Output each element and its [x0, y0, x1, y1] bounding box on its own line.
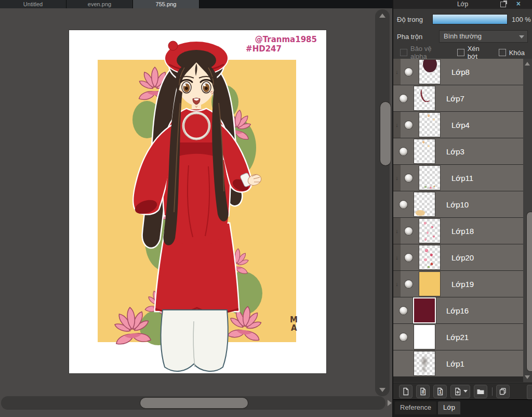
duplicate-layer-button[interactable] — [496, 385, 510, 398]
eye-icon[interactable] — [405, 68, 413, 76]
scroll-right-arrow-icon[interactable] — [388, 400, 392, 406]
eye-icon[interactable] — [400, 95, 407, 102]
new-folder-button[interactable] — [474, 385, 487, 398]
eye-icon[interactable] — [400, 148, 407, 155]
panel-tab-1[interactable]: Reference — [395, 401, 436, 414]
chevron-down-icon — [463, 390, 468, 393]
scroll-up-arrow-icon[interactable] — [379, 14, 385, 18]
layers-scroll-thumb[interactable] — [527, 212, 532, 371]
layer-thumbnail[interactable] — [419, 272, 440, 296]
layer-thumbnail[interactable] — [419, 60, 440, 84]
layers-panel-titlebar[interactable]: Lớp × — [393, 0, 532, 9]
layer-row-Lớp1[interactable]: Lớp1 — [393, 350, 524, 376]
new-1bit-layer-button[interactable]: 1 — [433, 385, 447, 398]
new-8bit-layer-button[interactable]: 8 — [416, 385, 430, 398]
layer-visibility-toggle[interactable] — [395, 95, 411, 102]
layer-row-Lớp20[interactable]: ↓Lớp20 — [393, 244, 524, 270]
layer-visibility-toggle[interactable] — [401, 174, 416, 182]
layer-name: Lớp10 — [446, 200, 469, 209]
layer-row-Lớp21[interactable]: Lớp21 — [393, 324, 524, 350]
scroll-down-arrow-icon[interactable] — [379, 388, 385, 392]
panel-bottom-tabs: ReferenceLớp — [393, 399, 532, 417]
layer-visibility-toggle[interactable] — [401, 254, 416, 262]
partial-toolbar-button[interactable] — [527, 385, 532, 399]
add-layer-menu-button[interactable] — [450, 385, 470, 398]
vertical-scroll-thumb[interactable] — [380, 102, 391, 165]
document-tab-2[interactable]: even.png — [66, 0, 133, 8]
layer-name: Lớp1 — [446, 359, 464, 368]
canvas-workspace[interactable]: @Tranma1985 #HD247 — [0, 8, 392, 417]
layer-thumbnail[interactable] — [419, 219, 440, 243]
checkbox-3[interactable]: Khóa — [499, 49, 525, 57]
page-num-icon: 8 — [419, 387, 427, 396]
eye-icon[interactable] — [400, 307, 407, 315]
layer-name: Lớp11 — [451, 174, 473, 183]
opacity-slider[interactable] — [432, 14, 508, 24]
layer-thumbnail[interactable] — [414, 192, 435, 216]
layer-thumbnail[interactable] — [414, 325, 435, 349]
blend-mode-value: Bình thường — [444, 32, 482, 40]
layers-scrollbar[interactable] — [523, 59, 532, 382]
layer-name: Lớp3 — [446, 147, 464, 156]
eye-icon[interactable] — [405, 280, 413, 288]
canvas-artboard[interactable]: @Tranma1985 #HD247 — [69, 30, 326, 373]
layer-visibility-toggle[interactable] — [395, 333, 411, 341]
layer-thumbnail[interactable] — [419, 113, 440, 137]
horizontal-scroll-thumb[interactable] — [140, 398, 248, 408]
layer-thumbnail[interactable] — [419, 166, 440, 190]
clip-arrow-icon: ↓ — [393, 218, 401, 244]
checkbox-2[interactable]: Xén bớt — [457, 45, 491, 60]
layer-visibility-toggle[interactable] — [401, 280, 416, 288]
layer-row-Lớp18[interactable]: ↓Lớp18 — [393, 218, 524, 244]
layer-row-Lớp3[interactable]: Lớp3 — [393, 138, 524, 164]
layer-visibility-toggle[interactable] — [395, 148, 411, 155]
checkbox-1: Bảo vệ alpha — [400, 45, 450, 60]
layer-thumbnail[interactable] — [419, 245, 440, 269]
layer-row-Lớp11[interactable]: ↓Lớp11 — [393, 165, 524, 191]
layer-thumbnail[interactable] — [414, 86, 435, 110]
canvas-horizontal-scrollbar[interactable] — [1, 396, 385, 410]
layer-thumbnail[interactable] — [414, 298, 435, 322]
layer-list: ↓Lớp8Lớp7↓Lớp4Lớp3↓Lớp11Lớp10↓Lớp18↓Lớp2… — [393, 59, 524, 382]
eye-icon[interactable] — [405, 121, 413, 129]
eye-icon[interactable] — [400, 201, 407, 208]
opacity-value: 100 % — [512, 16, 531, 23]
blend-label: Pha trộn — [397, 33, 422, 41]
layer-thumbnail[interactable] — [414, 139, 435, 163]
eye-icon[interactable] — [400, 333, 407, 341]
layer-row-Lớp10[interactable]: Lớp10 — [393, 191, 524, 217]
canvas-vertical-scrollbar[interactable] — [375, 9, 390, 396]
layer-visibility-toggle[interactable] — [395, 201, 411, 208]
document-tab-3[interactable]: 755.png — [133, 0, 200, 8]
layer-visibility-toggle[interactable] — [395, 307, 411, 315]
layers-scroll-up-icon[interactable] — [525, 62, 530, 66]
layers-scroll-down-icon[interactable] — [525, 375, 530, 379]
eye-icon[interactable] — [405, 174, 413, 182]
layer-visibility-toggle[interactable] — [401, 121, 416, 129]
layer-thumbnail[interactable] — [414, 351, 435, 375]
panel-tab-2[interactable]: Lớp — [438, 401, 460, 414]
document-tab-1[interactable]: Untitled — [0, 0, 66, 8]
close-icon[interactable]: × — [516, 0, 521, 8]
blend-mode-select[interactable]: Bình thường — [439, 30, 528, 43]
folder-icon — [476, 387, 485, 396]
checkbox-box-icon[interactable] — [457, 49, 464, 56]
page-num-icon: 1 — [436, 387, 444, 396]
layer-visibility-toggle[interactable] — [401, 68, 416, 76]
layer-row-Lớp4[interactable]: ↓Lớp4 — [393, 112, 524, 138]
layer-row-Lớp16[interactable]: Lớp16 — [393, 297, 524, 323]
clip-arrow-icon: ↓ — [393, 244, 401, 270]
eye-icon[interactable] — [405, 227, 413, 235]
new-layer-button[interactable] — [399, 385, 413, 398]
checkbox-box-icon[interactable] — [499, 49, 506, 56]
opacity-label: Độ trong — [397, 16, 423, 23]
layer-visibility-toggle[interactable] — [401, 227, 416, 235]
layer-name: Lớp16 — [446, 306, 469, 315]
layer-row-Lớp8[interactable]: ↓Lớp8 — [393, 59, 524, 85]
svg-text:@Tranma1985: @Tranma1985 — [255, 35, 317, 44]
clip-arrow-icon: ↓ — [393, 112, 401, 138]
popout-icon[interactable] — [500, 2, 506, 7]
eye-icon[interactable] — [405, 254, 413, 262]
layer-row-Lớp19[interactable]: ↓Lớp19 — [393, 271, 524, 297]
layer-row-Lớp7[interactable]: Lớp7 — [393, 85, 524, 111]
